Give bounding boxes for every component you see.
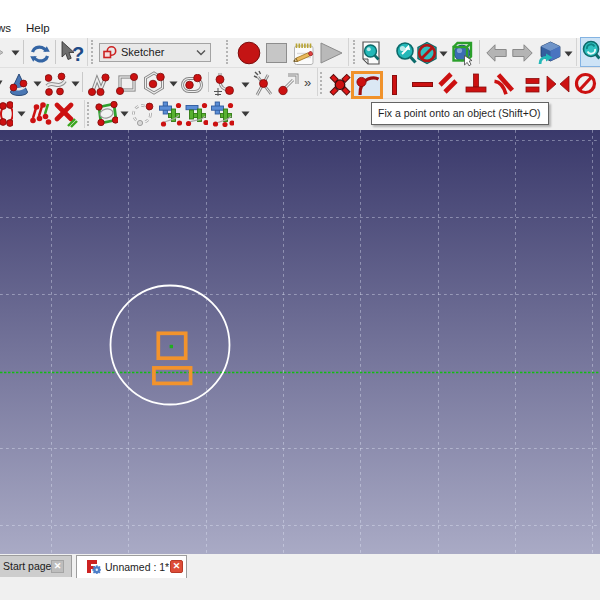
svg-text:?: ? — [72, 43, 84, 65]
